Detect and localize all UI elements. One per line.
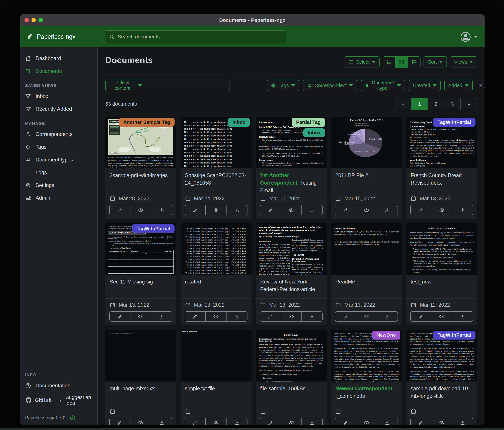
document-title[interactable]: Sonstige ScanPC2022 03-24_081058 — [185, 172, 247, 187]
sidebar-item-documents[interactable]: Documents — [20, 65, 97, 77]
sidebar-item-document-types[interactable]: Document types — [20, 153, 97, 166]
sidebar-item-tags[interactable]: Tags — [20, 141, 97, 153]
tag-badge[interactable]: Partial Tag — [292, 118, 325, 127]
tag-badge[interactable]: Inbox — [228, 118, 250, 127]
pagination-next[interactable]: » — [460, 98, 477, 110]
view-button[interactable] — [205, 205, 226, 215]
reset-filters-button[interactable]: × Reset filters — [479, 80, 485, 91]
document-correspondent[interactable]: Yet Another Correspondent — [260, 172, 297, 186]
search-input[interactable] — [117, 34, 282, 40]
document-card-13[interactable]: Lorem ipsumLorem ipsum dolor sit amet, c… — [256, 330, 327, 425]
view-mode-grid-button[interactable] — [395, 57, 408, 68]
sidebar-item-logs[interactable]: Logs — [20, 166, 97, 179]
document-type-filter-button[interactable]: Document type — [361, 80, 405, 91]
close-window-button[interactable] — [25, 18, 29, 22]
sidebar-item-documentation[interactable]: Documentation — [20, 379, 97, 392]
document-card-9[interactable]: Contact Sheet DemoGiven a set of image f… — [331, 223, 402, 325]
download-button[interactable] — [151, 312, 172, 321]
document-card-10[interactable]: Adobe Acrobat PDF FilesAdobe® Portable D… — [406, 223, 477, 325]
edit-button[interactable] — [411, 418, 431, 425]
document-title[interactable]: 2011 BP Pie 2 — [335, 172, 397, 179]
download-button[interactable] — [226, 418, 247, 425]
document-correspondent[interactable]: Newest Correspondent — [335, 385, 392, 391]
view-button[interactable] — [431, 312, 452, 321]
download-button[interactable] — [301, 418, 322, 425]
document-thumbnail[interactable]: This is a multi page document. Page 1. — [105, 330, 176, 382]
title-content-filter-input[interactable] — [146, 80, 230, 91]
view-button[interactable] — [356, 205, 377, 215]
view-button[interactable] — [356, 418, 377, 425]
pagination-page-2[interactable]: 2 — [428, 98, 444, 110]
document-card-8[interactable]: Review of New York Federal Petitions for… — [256, 223, 327, 325]
document-card-11[interactable]: This is a multi page document. Page 1. m… — [105, 330, 176, 425]
document-title[interactable]: rotated — [185, 278, 247, 286]
view-button[interactable] — [281, 418, 301, 425]
pagination-page-3[interactable]: 3 — [444, 98, 460, 110]
select-button[interactable]: Select — [344, 56, 380, 67]
download-button[interactable] — [301, 312, 322, 321]
view-button[interactable] — [205, 312, 226, 321]
download-button[interactable] — [377, 418, 397, 425]
document-title[interactable]: Review-of-New-York-Federal-Petitions-art… — [260, 278, 323, 293]
document-thumbnail[interactable]: Adobe Acrobat PDF FilesAdobe® Portable D… — [406, 223, 477, 275]
tags-filter-button[interactable]: Tags — [267, 80, 299, 91]
view-button[interactable] — [281, 205, 301, 215]
view-mode-list-button[interactable] — [383, 57, 395, 68]
pagination-prev[interactable]: « — [395, 98, 411, 110]
document-card-15[interactable]: TagWithPartial Lorem ipsum dolor sit ame… — [406, 330, 477, 425]
document-card-6[interactable]: TagWithPartial Application for Medical S… — [105, 223, 176, 325]
tag-badge[interactable]: TagWithPartial — [433, 118, 476, 127]
download-button[interactable] — [377, 312, 397, 321]
tag-badge[interactable]: TagWithPartial — [433, 331, 476, 339]
document-title[interactable]: sample-pdf-download-10-mb-longer-title — [411, 385, 473, 400]
view-button[interactable] — [205, 418, 226, 425]
document-title[interactable]: ReadMe — [335, 278, 397, 286]
download-button[interactable] — [301, 205, 322, 215]
edit-button[interactable] — [110, 418, 130, 425]
download-button[interactable] — [452, 418, 473, 425]
sidebar-item-correspondents[interactable]: Correspondents — [20, 128, 97, 141]
document-title[interactable]: 2sample-pdf-with-images — [110, 172, 172, 179]
document-thumbnail[interactable]: Lorem ipsumLorem ipsum dolor sit amet, c… — [256, 330, 327, 382]
document-card-14[interactable]: NewOne Lorem ipsum dolor sit amet, conse… — [331, 330, 402, 425]
document-thumbnail[interactable]: This is a test file. — [180, 330, 252, 382]
edit-button[interactable] — [185, 205, 205, 215]
sidebar-item-recently-added[interactable]: Recently Added — [20, 103, 97, 115]
edit-button[interactable] — [411, 205, 431, 215]
document-card-4[interactable]: Patient BP Distribution 2011Isolated Sys… — [331, 117, 402, 219]
view-button[interactable] — [130, 312, 151, 321]
sidebar-item-inbox[interactable]: Inbox — [20, 90, 97, 103]
download-button[interactable] — [226, 312, 247, 321]
document-thumbnail[interactable]: Contact Sheet DemoGiven a set of image f… — [331, 223, 402, 275]
github-link[interactable]: GitHub — [25, 397, 52, 403]
global-search[interactable] — [105, 30, 286, 43]
download-button[interactable] — [452, 312, 473, 321]
document-title[interactable]: Yet Another Correspondent: Testing Email — [260, 172, 323, 194]
download-button[interactable] — [452, 205, 473, 215]
info-icon[interactable] — [70, 415, 75, 421]
view-button[interactable] — [130, 205, 151, 215]
document-title[interactable]: simple txt file — [185, 385, 247, 393]
tag-badge[interactable]: Inbox — [303, 128, 325, 137]
sidebar-item-settings[interactable]: Settings — [20, 179, 97, 192]
document-card-12[interactable]: This is a test file. simple txt file — [180, 330, 252, 425]
view-button[interactable] — [431, 418, 452, 425]
view-button[interactable] — [130, 418, 151, 425]
title-content-filter-button[interactable]: Title & content — [105, 80, 146, 91]
sort-button[interactable]: Sort — [423, 56, 447, 67]
document-thumbnail[interactable]: Patient BP Distribution 2011Isolated Sys… — [331, 117, 402, 168]
user-menu[interactable] — [460, 31, 478, 42]
edit-button[interactable] — [260, 418, 281, 425]
created-filter-button[interactable]: Created — [409, 80, 441, 91]
document-card-3[interactable]: Partial TagInbox Release NotesSimba ODBC… — [256, 117, 327, 219]
document-title[interactable]: Sec 11-Missing sig — [110, 278, 172, 286]
edit-button[interactable] — [110, 312, 130, 321]
zoom-window-button[interactable] — [39, 18, 43, 22]
sidebar-item-admin[interactable]: Admin — [20, 192, 97, 205]
document-thumbnail[interactable]: This is the text that appears on the fir… — [180, 223, 252, 275]
brand[interactable]: Paperless-ngx — [26, 33, 105, 41]
edit-button[interactable] — [185, 312, 205, 321]
document-title[interactable]: test_new — [411, 278, 473, 286]
document-title[interactable]: French Country Bread Revised.docx — [411, 172, 473, 187]
minimize-window-button[interactable] — [32, 18, 36, 22]
